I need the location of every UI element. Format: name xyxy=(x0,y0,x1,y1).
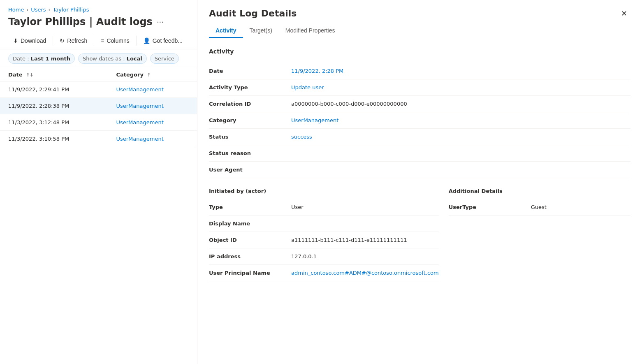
tab-modified-properties[interactable]: Modified Properties xyxy=(279,24,342,38)
cell-category: UserManagement xyxy=(108,114,197,131)
show-dates-filter[interactable]: Show dates as : Local xyxy=(78,53,147,64)
panel-tabs: Activity Target(s) Modified Properties xyxy=(197,19,642,38)
detail-value-activity-type: Update user xyxy=(291,79,630,96)
detail-label-activity-type: Activity Type xyxy=(209,79,291,96)
detail-label-date: Date xyxy=(209,63,291,79)
detail-label-status: Status xyxy=(209,129,291,145)
cell-category: UserManagement xyxy=(108,81,197,98)
date-filter-label: Date : xyxy=(13,56,29,62)
filters-bar: Date : Last 1 month Show dates as : Loca… xyxy=(0,49,197,68)
page-title: Taylor Phillips | Audit logs xyxy=(8,16,153,28)
detail-value-status: success xyxy=(291,129,630,145)
two-col-section: Initiated by (actor) Type User Display N… xyxy=(209,188,630,281)
breadcrumb: Home › Users › Taylor Phillips xyxy=(0,0,197,14)
additional-value-usertype: Guest xyxy=(531,199,630,216)
col-date[interactable]: Date ↑↓ xyxy=(0,68,108,81)
cell-date: 11/3/2022, 3:12:48 PM xyxy=(0,114,108,131)
detail-label-correlation-id: Correlation ID xyxy=(209,96,291,112)
breadcrumb-sep-1: › xyxy=(26,7,28,13)
col-category[interactable]: Category ↑ xyxy=(108,68,197,81)
sort-date-icon: ↑↓ xyxy=(26,72,33,78)
actor-label-ip: IP address xyxy=(209,248,291,265)
actor-detail-grid: Type User Display Name Object ID a111111… xyxy=(209,199,439,281)
actor-label-display-name: Display Name xyxy=(209,216,291,232)
table-row[interactable]: 11/3/2022, 3:10:58 PM UserManagement xyxy=(0,131,197,147)
panel-header: Audit Log Details ✕ xyxy=(197,0,642,19)
actor-value-display-name xyxy=(291,216,439,232)
date-filter[interactable]: Date : Last 1 month xyxy=(8,53,75,64)
show-dates-label: Show dates as : xyxy=(83,56,125,62)
detail-value-status-reason xyxy=(291,145,630,162)
detail-label-status-reason: Status reason xyxy=(209,145,291,162)
feedback-button[interactable]: 👤 Got feedb... xyxy=(138,35,188,46)
table-container: Date ↑↓ Category ↑ 11/9/2022, 2:29:41 PM… xyxy=(0,68,197,364)
cell-category: UserManagement xyxy=(108,98,197,114)
audit-table: Date ↑↓ Category ↑ 11/9/2022, 2:29:41 PM… xyxy=(0,68,197,147)
detail-value-user-agent xyxy=(291,162,630,178)
cell-date: 11/3/2022, 3:10:58 PM xyxy=(0,131,108,147)
right-panel: Audit Log Details ✕ Activity Target(s) M… xyxy=(197,0,642,364)
toolbar: ⬇ Download ↻ Refresh ≡ Columns 👤 Got fee… xyxy=(0,32,197,49)
breadcrumb-sep-2: › xyxy=(49,7,51,13)
detail-value-correlation-id: a0000000-b000-c000-d000-e00000000000 xyxy=(291,96,630,112)
breadcrumb-home[interactable]: Home xyxy=(8,7,24,13)
page-title-container: Taylor Phillips | Audit logs ··· xyxy=(0,14,197,32)
download-icon: ⬇ xyxy=(13,37,18,44)
additional-label-usertype: UserType xyxy=(449,199,531,216)
service-label: Service xyxy=(155,56,174,62)
table-row[interactable]: 11/3/2022, 3:12:48 PM UserManagement xyxy=(0,114,197,131)
activity-section-title: Activity xyxy=(209,48,630,56)
initiated-by-section: Initiated by (actor) Type User Display N… xyxy=(209,188,439,281)
close-button[interactable]: ✕ xyxy=(618,8,630,19)
service-filter[interactable]: Service xyxy=(150,53,179,64)
actor-label-upn: User Principal Name xyxy=(209,265,291,281)
tab-activity[interactable]: Activity xyxy=(209,24,243,38)
activity-detail-grid: Date 11/9/2022, 2:28 PM Activity Type Up… xyxy=(209,63,630,178)
refresh-icon: ↻ xyxy=(60,37,65,44)
tab-targets[interactable]: Target(s) xyxy=(243,24,279,38)
actor-value-type: User xyxy=(291,199,439,216)
toolbar-separator-3 xyxy=(136,36,137,46)
breadcrumb-user[interactable]: Taylor Phillips xyxy=(53,7,89,13)
cell-category: UserManagement xyxy=(108,131,197,147)
detail-value-date: 11/9/2022, 2:28 PM xyxy=(291,63,630,79)
table-row[interactable]: 11/9/2022, 2:28:38 PM UserManagement xyxy=(0,98,197,114)
table-row[interactable]: 11/9/2022, 2:29:41 PM UserManagement xyxy=(0,81,197,98)
left-panel: Home › Users › Taylor Phillips Taylor Ph… xyxy=(0,0,197,364)
cell-date: 11/9/2022, 2:29:41 PM xyxy=(0,81,108,98)
sort-category-icon: ↑ xyxy=(147,72,151,78)
columns-button[interactable]: ≡ Columns xyxy=(96,35,134,46)
actor-label-type: Type xyxy=(209,199,291,216)
panel-title: Audit Log Details xyxy=(209,8,297,19)
initiated-by-title: Initiated by (actor) xyxy=(209,188,439,194)
cell-date: 11/9/2022, 2:28:38 PM xyxy=(0,98,108,114)
page-more-options[interactable]: ··· xyxy=(157,18,164,26)
additional-detail-grid: UserType Guest xyxy=(449,199,630,216)
additional-details-title: Additional Details xyxy=(449,188,630,194)
detail-label-category: Category xyxy=(209,112,291,129)
feedback-icon: 👤 xyxy=(143,37,150,44)
toolbar-separator-1 xyxy=(53,36,53,46)
panel-content: Activity Date 11/9/2022, 2:28 PM Activit… xyxy=(197,38,642,364)
actor-label-object-id: Object ID xyxy=(209,232,291,248)
columns-icon: ≡ xyxy=(101,37,104,44)
actor-value-object-id: a1111111-b111-c111-d111-e11111111111 xyxy=(291,232,439,248)
date-filter-value: Last 1 month xyxy=(31,56,70,62)
toolbar-separator-2 xyxy=(94,36,94,46)
detail-label-user-agent: User Agent xyxy=(209,162,291,178)
additional-details-section: Additional Details UserType Guest xyxy=(449,188,630,281)
refresh-button[interactable]: ↻ Refresh xyxy=(55,35,92,46)
actor-value-upn: admin_contoso.com#ADM#@contoso.onmicroso… xyxy=(291,265,439,281)
breadcrumb-users[interactable]: Users xyxy=(31,7,46,13)
detail-value-category: UserManagement xyxy=(291,112,630,129)
show-dates-value: Local xyxy=(127,56,142,62)
actor-value-ip: 127.0.0.1 xyxy=(291,248,439,265)
download-button[interactable]: ⬇ Download xyxy=(8,35,51,46)
